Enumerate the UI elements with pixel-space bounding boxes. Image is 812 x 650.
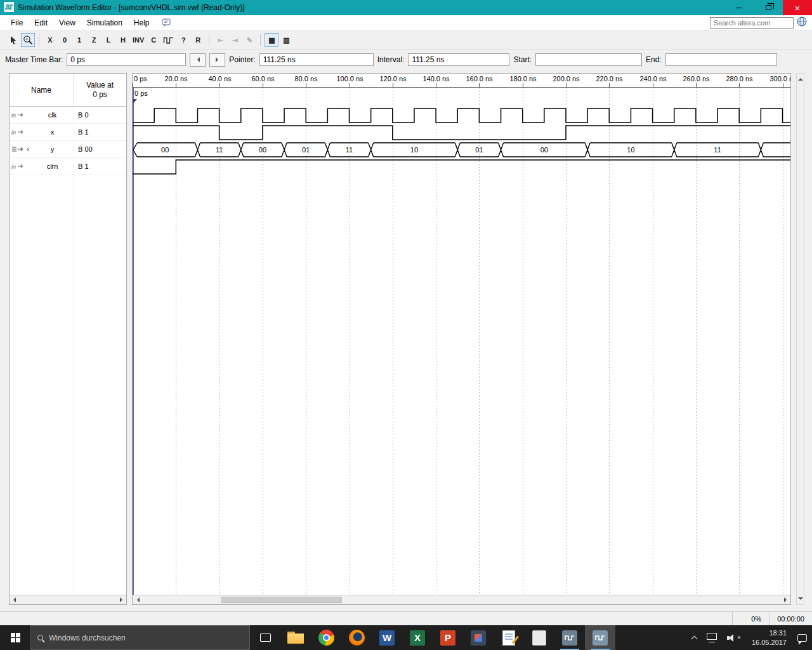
tray-chevron-button[interactable] — [687, 625, 702, 650]
taskbar-search-text: Windows durchsuchen — [49, 633, 126, 642]
menu-bar: FileEditViewSimulationHelp — [0, 15, 812, 30]
firefox-icon — [349, 630, 365, 646]
svg-text:01: 01 — [302, 146, 310, 154]
menu-help[interactable]: Help — [128, 17, 155, 29]
start-input[interactable] — [535, 53, 642, 66]
waveform-vscrollbar[interactable] — [796, 73, 804, 605]
waveform-editor-icon — [593, 630, 608, 646]
taskbar-app-1[interactable] — [463, 625, 494, 650]
menu-file[interactable]: File — [5, 17, 29, 29]
minimize-button[interactable] — [724, 0, 754, 15]
pointer-input[interactable] — [259, 53, 374, 66]
signal-panel-hscrollbar[interactable] — [10, 595, 126, 604]
toolbar: X01ZLHINVC?R⇤⇥✎▦▥ — [0, 30, 812, 50]
close-button[interactable]: × — [783, 0, 812, 15]
svg-text:in: in — [11, 129, 16, 136]
toolbar-divider — [39, 34, 39, 46]
svg-text:80.0 ns: 80.0 ns — [294, 75, 318, 83]
taskbar-chrome[interactable] — [311, 625, 341, 650]
main-area: Name Value at 0 ps inclkB 0inxB 1›yB 00i… — [0, 69, 812, 611]
svg-text:20.0 ns: 20.0 ns — [164, 75, 188, 83]
next-edge-button[interactable]: ⇥ — [228, 33, 242, 47]
windows-logo-icon — [11, 633, 20, 642]
restore-button[interactable] — [754, 0, 783, 15]
random-values-button[interactable]: R — [191, 33, 205, 47]
scroll-right-button[interactable] — [781, 595, 790, 604]
signal-name: clk — [31, 111, 74, 119]
menu-bar-items: FileEditViewSimulationHelp — [5, 17, 155, 29]
altera-search-input[interactable] — [710, 17, 794, 29]
signal-panel: Name Value at 0 ps inclkB 0inxB 1›yB 00i… — [9, 73, 127, 605]
zoom-tool-button[interactable] — [21, 33, 35, 47]
pointer-tool-button[interactable] — [6, 33, 20, 47]
count-value-button[interactable]: C — [147, 33, 160, 47]
edit-comment-button[interactable]: ✎ — [242, 33, 256, 47]
snap-to-grid-button[interactable]: ▦ — [265, 33, 278, 47]
step-left-button[interactable] — [190, 53, 206, 67]
screen: Simulation Waveform Editor - [sumconvVHD… — [0, 0, 812, 650]
force-high-button[interactable]: 1 — [72, 33, 86, 47]
scroll-right-icon — [784, 597, 789, 602]
action-center-button[interactable] — [792, 625, 812, 650]
svg-text:in: in — [11, 164, 16, 170]
menu-edit[interactable]: Edit — [29, 17, 53, 29]
overwrite-clock-button[interactable] — [161, 33, 176, 47]
svg-text:10: 10 — [410, 146, 418, 154]
taskbar-quartus[interactable] — [554, 625, 585, 650]
force-low-button[interactable]: 0 — [58, 33, 72, 47]
value-column-header: Value at 0 ps — [74, 74, 126, 106]
signal-row-x[interactable]: inxB 1 — [10, 124, 126, 141]
expander-icon[interactable]: › — [25, 145, 31, 154]
interval-input[interactable] — [408, 53, 509, 66]
tray-network-button[interactable] — [702, 625, 722, 650]
step-right-button[interactable] — [209, 53, 225, 67]
scroll-left-button[interactable] — [133, 595, 142, 604]
signal-row-clk[interactable]: inclkB 0 — [10, 107, 126, 124]
force-weak-low-button[interactable]: L — [102, 33, 115, 47]
taskbar-file-explorer[interactable] — [280, 625, 311, 650]
status-bar: 0% 00:00:00 — [0, 611, 812, 625]
force-high-impedance-button[interactable]: Z — [87, 33, 101, 47]
tray-volume-button[interactable]: × — [722, 625, 746, 650]
svg-text:00: 00 — [259, 146, 266, 154]
taskbar-word[interactable]: W — [372, 625, 402, 650]
end-input[interactable] — [665, 53, 777, 66]
signal-table-header: Name Value at 0 ps — [10, 74, 126, 107]
master-time-bar-label: Master Time Bar: — [5, 55, 63, 64]
start-label: Start: — [513, 55, 532, 64]
task-view-button[interactable] — [250, 625, 280, 650]
master-time-bar-input[interactable] — [67, 53, 186, 66]
app-icon-1 — [471, 630, 486, 646]
force-unknown-button[interactable]: X — [43, 33, 57, 47]
svg-text:00: 00 — [540, 146, 548, 154]
menu-simulation[interactable]: Simulation — [81, 17, 128, 29]
previous-edge-button[interactable]: ⇤ — [213, 33, 227, 47]
signal-row-y[interactable]: ›yB 00 — [10, 141, 126, 158]
taskbar-clock[interactable]: 18:31 16.05.2017 — [746, 628, 792, 647]
signal-row-clrn[interactable]: inclrnB 1 — [10, 158, 126, 175]
toolbar-divider — [209, 34, 209, 46]
taskbar-firefox[interactable] — [341, 625, 372, 650]
snap-to-transition-button[interactable]: ▥ — [279, 33, 293, 47]
taskbar-app-2[interactable] — [524, 625, 554, 650]
input-pin-icon: in — [10, 111, 25, 119]
feedback-icon[interactable] — [162, 18, 171, 27]
signal-value: B 00 — [74, 145, 93, 153]
hscroll-thumb[interactable] — [221, 597, 342, 603]
taskbar-excel[interactable]: X — [402, 625, 433, 650]
svg-text:100.0 ns: 100.0 ns — [336, 75, 363, 83]
menu-view[interactable]: View — [53, 17, 81, 29]
invert-button[interactable]: INV — [131, 33, 146, 47]
svg-text:40.0 ns: 40.0 ns — [208, 75, 232, 83]
taskbar-notes-app[interactable] — [494, 625, 524, 650]
taskbar-powerpoint[interactable]: P — [433, 625, 463, 650]
arbitrary-value-button[interactable]: ? — [176, 33, 190, 47]
taskbar-waveform-editor[interactable] — [585, 625, 615, 650]
globe-icon[interactable] — [797, 17, 807, 29]
force-weak-high-button[interactable]: H — [116, 33, 130, 47]
taskbar-search-box[interactable]: Windows durchsuchen — [30, 625, 250, 650]
waveform-canvas[interactable]: 0 ps20.0 ns40.0 ns60.0 ns80.0 ns100.0 ns… — [133, 74, 790, 595]
scroll-left-icon — [11, 597, 16, 602]
start-button[interactable] — [0, 625, 30, 650]
waveform-hscrollbar[interactable] — [133, 595, 790, 604]
